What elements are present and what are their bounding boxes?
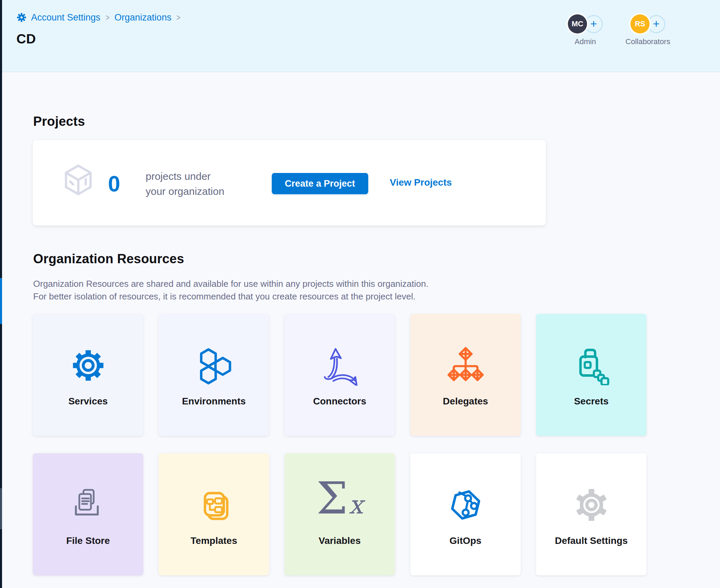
admin-label: Admin [575,37,596,46]
card-templates[interactable]: Templates [159,453,269,575]
add-collaborator-button[interactable]: + [647,15,665,33]
page-title: CD [16,31,36,46]
gear-outline-icon [536,483,646,526]
lock-chain-icon [536,344,646,387]
page-header: Account Settings > Organizations > CD MC… [2,0,720,72]
org-overview-page: Account Settings > Organizations > CD MC… [0,0,720,588]
curved-arrows-icon [284,344,395,387]
breadcrumb-separator: > [176,12,180,23]
resources-heading: Organization Resources [33,252,184,266]
card-label: Default Settings [536,535,646,546]
card-gitops[interactable]: GitOps [410,453,521,575]
sigma-glyph: Σ [316,472,348,524]
card-label: File Store [33,535,143,546]
resources-description: Organization Resources are shared and av… [33,278,428,303]
breadcrumb-organizations[interactable]: Organizations [115,12,172,23]
resources-grid: Services Environments [33,314,646,575]
admin-group: MC + Admin [566,14,604,46]
hexagons-icon [159,344,269,387]
card-environments[interactable]: Environments [159,314,269,436]
git-branch-hexagon-icon [410,483,521,526]
card-file-store[interactable]: File Store [33,453,143,575]
card-label: Secrets [536,396,646,407]
sidebar-lower-indicator [0,488,2,529]
card-connectors[interactable]: Connectors [284,314,395,436]
collaborators-label: Collaborators [626,37,670,46]
plus-icon: + [590,18,597,29]
diamond-network-icon [410,344,521,387]
projects-heading: Projects [33,114,85,129]
documents-tray-icon [33,483,143,526]
gear-icon [33,344,143,387]
card-label: Services [33,396,143,407]
sidebar-active-indicator [0,278,2,324]
projects-description-line: projects under [146,169,224,184]
card-label: GitOps [410,535,521,546]
add-admin-button[interactable]: + [585,15,603,33]
template-flowchart-icon [159,483,269,526]
collaborators-group: RS + Collaborators [628,14,668,46]
admin-avatar[interactable]: MC [568,14,587,34]
card-services[interactable]: Services [33,314,143,436]
breadcrumb-account-settings[interactable]: Account Settings [31,12,101,23]
x-glyph: x [349,490,363,519]
card-delegates[interactable]: Delegates [410,314,521,436]
projects-summary-card: 0 projects under your organization Creat… [33,140,546,226]
breadcrumb: Account Settings > Organizations > [16,12,181,23]
resources-description-line: For better isolation of resources, it is… [33,290,428,303]
card-variables[interactable]: Σx Variables [284,453,395,575]
projects-description: projects under your organization [146,169,224,199]
projects-description-line: your organization [146,184,224,199]
collapsed-sidebar-rail[interactable] [0,0,2,588]
cube-icon [60,161,96,202]
card-label: Environments [159,396,269,407]
settings-gear-icon [16,12,27,23]
card-label: Templates [159,535,269,546]
create-project-button[interactable]: Create a Project [272,173,368,194]
view-projects-link[interactable]: View Projects [390,177,452,188]
breadcrumb-separator: > [106,12,109,23]
resources-description-line: Organization Resources are shared and av… [33,278,428,290]
card-default-settings[interactable]: Default Settings [536,453,646,575]
card-label: Delegates [410,396,521,407]
card-secrets[interactable]: Secrets [536,314,646,436]
sigma-x-icon: Σx [284,483,395,526]
projects-count: 0 [108,173,120,195]
plus-icon: + [653,18,660,29]
card-label: Variables [284,535,395,546]
collaborator-avatar[interactable]: RS [630,14,650,34]
card-label: Connectors [284,396,395,407]
